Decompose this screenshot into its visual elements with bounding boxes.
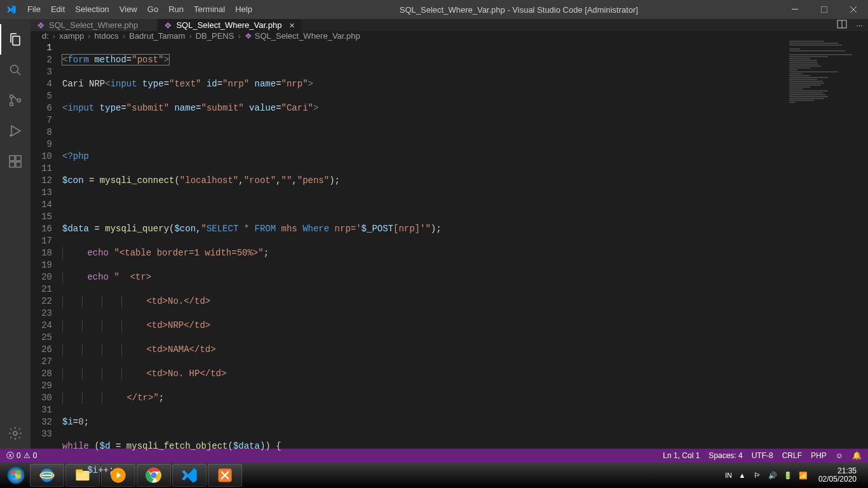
text-editor[interactable]: 1234567891011121314151617181920212223242… [31,41,868,488]
menu-selection[interactable]: Selection [70,0,114,19]
window-controls [780,0,868,19]
svg-rect-17 [11,475,16,478]
crumb[interactable]: d: [42,31,49,41]
svg-point-4 [10,103,13,106]
warning-icon: ⚠ [24,451,31,460]
svg-rect-18 [17,475,21,478]
breadcrumb[interactable]: d:› xampp› htdocs› Badrut_Tamam› DB_PENS… [31,31,868,41]
svg-rect-7 [10,156,15,161]
vscode-logo-icon [0,4,22,15]
line-number-gutter: 1234567891011121314151617181920212223242… [31,41,62,488]
minimize-button[interactable] [780,0,810,19]
crumb[interactable]: htdocs [95,31,119,41]
close-icon[interactable]: × [289,20,294,30]
svg-point-6 [10,135,11,136]
svg-point-2 [11,65,18,73]
split-editor-icon[interactable] [837,19,847,31]
editor-tabs: ❖ SQL_Select_Where.php × ❖ SQL_Select_Wh… [31,19,868,31]
menu-terminal[interactable]: Terminal [189,0,230,19]
svg-rect-9 [16,162,21,167]
svg-point-3 [10,95,13,98]
search-icon[interactable] [0,55,31,85]
tab-label: SQL_Select_Where.php [49,20,138,30]
menu-run[interactable]: Run [163,0,189,19]
svg-rect-8 [10,162,15,167]
crumb[interactable]: Badrut_Tamam [129,31,185,41]
tab-sql-select-where-var[interactable]: ❖ SQL_Select_Where_Var.php × [158,19,301,31]
editor-actions: ··· [837,19,868,31]
window-title: SQL_Select_Where_Var.php - Visual Studio… [257,5,780,15]
php-file-icon: ❖ [164,20,172,30]
titlebar: File Edit Selection View Go Run Terminal… [0,0,868,19]
error-icon: ⓧ [6,451,14,461]
menu-file[interactable]: File [22,0,46,19]
settings-gear-icon[interactable] [0,418,31,449]
menu-help[interactable]: Help [230,0,257,19]
php-file-icon: ❖ [37,20,45,30]
tab-sql-select-where[interactable]: ❖ SQL_Select_Where.php × [31,19,158,31]
code-content[interactable]: <form method="post"> Cari NRP<input type… [62,41,868,488]
menu-go[interactable]: Go [142,0,163,19]
svg-rect-0 [792,9,798,10]
svg-rect-10 [16,156,21,161]
svg-rect-16 [17,471,21,474]
editor-group: ❖ SQL_Select_Where.php × ❖ SQL_Select_Wh… [31,19,868,449]
run-debug-icon[interactable] [0,116,31,146]
minimap[interactable] [789,41,859,488]
svg-point-14 [8,467,25,484]
svg-point-5 [18,99,21,102]
menu-edit[interactable]: Edit [46,0,70,19]
extensions-icon[interactable] [0,146,31,177]
activity-bar [0,19,31,449]
crumb[interactable]: SQL_Select_Where_Var.php [255,31,360,41]
main-area: ❖ SQL_Select_Where.php × ❖ SQL_Select_Wh… [0,19,868,449]
crumb[interactable]: DB_PENS [196,31,234,41]
more-actions-icon[interactable]: ··· [856,20,863,30]
tab-label: SQL_Select_Where_Var.php [176,20,281,30]
explorer-icon[interactable] [0,24,31,55]
svg-point-11 [13,431,17,435]
crumb[interactable]: xampp [59,31,84,41]
svg-rect-1 [821,6,827,13]
close-button[interactable] [839,0,868,19]
maximize-button[interactable] [810,0,839,19]
start-button[interactable] [3,463,29,488]
svg-rect-15 [11,471,16,474]
menu-bar: File Edit Selection View Go Run Terminal… [22,0,257,19]
menu-view[interactable]: View [114,0,142,19]
source-control-icon[interactable] [0,85,31,116]
php-file-icon: ❖ [245,31,252,41]
vertical-scrollbar[interactable] [859,41,868,488]
